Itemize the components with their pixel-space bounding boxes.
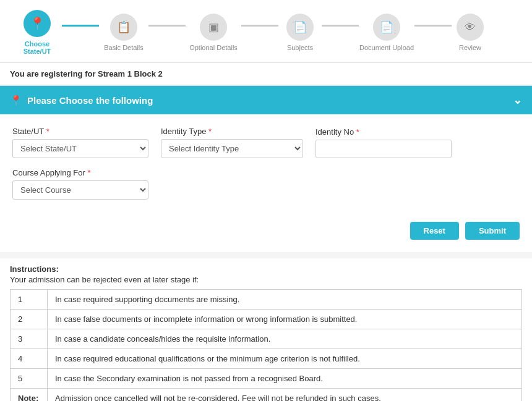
step-icon-basic-details: 📋	[117, 20, 131, 34]
instruction-num: 1	[11, 290, 48, 310]
instruction-text: In case the Secondary examination is not…	[48, 369, 522, 389]
identity-type-select[interactable]: Select Identity Type	[161, 139, 303, 158]
step-icon-review: 👁	[465, 21, 476, 34]
step-icon-choose-state: 📍	[30, 16, 45, 31]
step-label-document-upload: Document Upload	[359, 44, 414, 51]
identity-type-form-group: Identity Type * Select Identity Type	[161, 127, 303, 158]
step-circle-document-upload: 📄	[373, 14, 400, 41]
step-circle-basic-details: 📋	[110, 14, 137, 41]
instructions-area: Instructions: Your admission can be reje…	[0, 258, 532, 401]
form-row-2: Course Applying For * Select Course	[12, 168, 520, 200]
step-icon-document-upload: 📄	[380, 20, 393, 34]
pin-icon: 📍	[10, 95, 22, 106]
state-select[interactable]: Select State/UT	[12, 139, 148, 158]
instruction-text: In case required educational qualificati…	[48, 349, 522, 369]
instructions-title: Instructions:	[10, 264, 522, 274]
instructions-subtitle: Your admission can be rejected even at l…	[10, 275, 522, 284]
section-header-left: 📍 Please Choose the following	[10, 95, 153, 106]
step-circle-optional-details: ▣	[200, 14, 227, 41]
step-subjects[interactable]: 📄 Subjects	[278, 14, 322, 51]
form-area: State/UT * Select State/UT Identity Type…	[0, 114, 532, 216]
step-label-subjects: Subjects	[278, 44, 322, 51]
step-optional-details[interactable]: ▣ Optional Details	[186, 14, 241, 51]
instruction-text: In case a candidate conceals/hides the r…	[48, 329, 522, 349]
instruction-num: 3	[11, 329, 48, 349]
step-label-review: Review	[452, 44, 489, 51]
submit-button[interactable]: Submit	[465, 222, 520, 240]
state-required: *	[46, 127, 49, 136]
step-choose-state[interactable]: 📍 Choose State/UT	[12, 10, 62, 55]
instruction-row: 3In case a candidate conceals/hides the …	[11, 329, 522, 349]
instruction-row: 4In case required educational qualificat…	[11, 349, 522, 369]
identity-type-required: *	[208, 127, 212, 136]
instructions-table: 1In case required supporting documents a…	[10, 289, 522, 401]
connector-4	[322, 25, 359, 27]
instruction-text: Admission once cancelled will not be re-…	[48, 389, 522, 402]
step-circle-subjects: 📄	[286, 14, 314, 41]
instruction-num: Note:	[11, 389, 48, 402]
section-title: Please Choose the following	[27, 95, 153, 106]
identity-no-form-group: Identity No *	[315, 127, 452, 158]
stepper: 📍 Choose State/UT 📋 Basic Details ▣ Opti…	[0, 0, 532, 63]
registration-notice: You are registering for Stream 1 Block 2	[0, 63, 532, 86]
reset-button[interactable]: Reset	[410, 222, 459, 240]
step-label-optional-details: Optional Details	[186, 44, 241, 51]
button-row: Reset Submit	[0, 216, 532, 252]
instruction-row: 2In case false documents or incomplete i…	[11, 310, 522, 329]
instruction-row: 1In case required supporting documents a…	[11, 290, 522, 310]
step-review[interactable]: 👁 Review	[452, 14, 489, 51]
step-icon-optional-details: ▣	[208, 20, 219, 34]
connector-3	[241, 25, 278, 27]
course-required: *	[87, 168, 90, 177]
connector-2	[148, 25, 186, 27]
identity-no-required: *	[356, 127, 359, 137]
step-circle-choose-state: 📍	[24, 10, 51, 37]
instruction-num: 2	[11, 310, 48, 329]
course-label: Course Applying For *	[12, 168, 148, 177]
identity-no-label: Identity No *	[315, 127, 452, 137]
instruction-row: Note:Admission once cancelled will not b…	[11, 389, 522, 402]
identity-no-input[interactable]	[315, 140, 452, 158]
step-label-choose-state: Choose State/UT	[12, 40, 62, 55]
instruction-text: In case required supporting documents ar…	[48, 290, 522, 310]
instruction-row: 5In case the Secondary examination is no…	[11, 369, 522, 389]
step-document-upload[interactable]: 📄 Document Upload	[359, 14, 414, 51]
course-form-group: Course Applying For * Select Course	[12, 168, 148, 200]
connector-1	[62, 25, 99, 27]
instruction-text: In case false documents or incomplete in…	[48, 310, 522, 329]
step-label-basic-details: Basic Details	[99, 44, 148, 51]
step-circle-review: 👁	[457, 14, 484, 41]
connector-5	[414, 25, 452, 27]
stepper-inner: 📍 Choose State/UT 📋 Basic Details ▣ Opti…	[12, 10, 520, 55]
instruction-num: 4	[11, 349, 48, 369]
state-label: State/UT *	[12, 127, 148, 136]
section-header: 📍 Please Choose the following ⌄	[0, 86, 532, 114]
instruction-num: 5	[11, 369, 48, 389]
step-basic-details[interactable]: 📋 Basic Details	[99, 14, 148, 51]
chevron-down-icon[interactable]: ⌄	[513, 93, 522, 107]
identity-type-label: Identity Type *	[161, 127, 303, 136]
step-icon-subjects: 📄	[293, 20, 307, 34]
form-row-1: State/UT * Select State/UT Identity Type…	[12, 127, 520, 158]
course-select[interactable]: Select Course	[12, 180, 148, 200]
state-form-group: State/UT * Select State/UT	[12, 127, 148, 158]
registration-notice-text: You are registering for Stream 1 Block 2	[10, 69, 163, 78]
